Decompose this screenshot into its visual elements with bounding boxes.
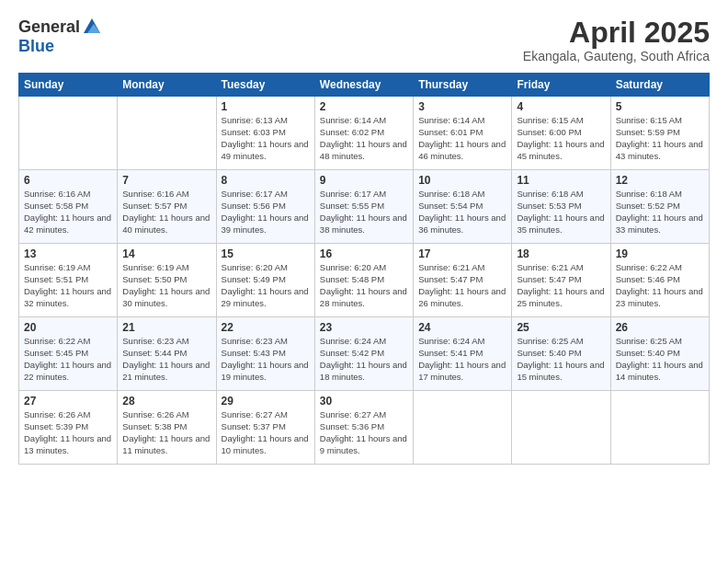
calendar-week-row: 13Sunrise: 6:19 AMSunset: 5:51 PMDayligh…: [19, 244, 710, 317]
day-info: Sunrise: 6:14 AMSunset: 6:01 PMDaylight:…: [418, 115, 506, 162]
day-info: Sunrise: 6:27 AMSunset: 5:37 PMDaylight:…: [222, 409, 310, 456]
calendar-table: Sunday Monday Tuesday Wednesday Thursday…: [18, 73, 710, 465]
day-info: Sunrise: 6:26 AMSunset: 5:38 PMDaylight:…: [122, 409, 210, 456]
day-info: Sunrise: 6:25 AMSunset: 5:40 PMDaylight:…: [517, 336, 605, 383]
table-row: 13Sunrise: 6:19 AMSunset: 5:51 PMDayligh…: [19, 244, 118, 317]
table-row: 3Sunrise: 6:14 AMSunset: 6:01 PMDaylight…: [414, 97, 512, 170]
day-info: Sunrise: 6:21 AMSunset: 5:47 PMDaylight:…: [517, 262, 605, 309]
day-info: Sunrise: 6:16 AMSunset: 5:58 PMDaylight:…: [24, 189, 112, 236]
day-number: 15: [222, 247, 310, 260]
table-row: 15Sunrise: 6:20 AMSunset: 5:49 PMDayligh…: [216, 244, 314, 317]
col-monday: Monday: [118, 74, 216, 97]
table-row: 8Sunrise: 6:17 AMSunset: 5:56 PMDaylight…: [216, 170, 314, 244]
table-row: [414, 391, 512, 465]
table-row: [19, 97, 118, 170]
day-info: Sunrise: 6:23 AMSunset: 5:44 PMDaylight:…: [122, 336, 210, 383]
day-info: Sunrise: 6:22 AMSunset: 5:45 PMDaylight:…: [24, 336, 112, 383]
title-area: April 2025 Ekangala, Gauteng, South Afri…: [523, 17, 710, 63]
day-info: Sunrise: 6:16 AMSunset: 5:57 PMDaylight:…: [122, 189, 210, 236]
calendar-week-row: 1Sunrise: 6:13 AMSunset: 6:03 PMDaylight…: [19, 97, 710, 170]
day-number: 22: [222, 321, 310, 334]
day-number: 24: [418, 321, 506, 334]
table-row: 14Sunrise: 6:19 AMSunset: 5:50 PMDayligh…: [118, 244, 216, 317]
table-row: 18Sunrise: 6:21 AMSunset: 5:47 PMDayligh…: [512, 244, 610, 317]
table-row: 26Sunrise: 6:25 AMSunset: 5:40 PMDayligh…: [610, 317, 709, 391]
table-row: [512, 391, 610, 465]
day-info: Sunrise: 6:19 AMSunset: 5:50 PMDaylight:…: [122, 262, 210, 309]
header: General Blue April 2025 Ekangala, Gauten…: [18, 17, 710, 63]
day-info: Sunrise: 6:17 AMSunset: 5:56 PMDaylight:…: [222, 189, 310, 236]
day-info: Sunrise: 6:23 AMSunset: 5:43 PMDaylight:…: [222, 336, 310, 383]
day-info: Sunrise: 6:26 AMSunset: 5:39 PMDaylight:…: [24, 409, 112, 456]
day-number: 12: [616, 174, 704, 187]
location-subtitle: Ekangala, Gauteng, South Africa: [523, 49, 710, 63]
logo-icon: [82, 17, 102, 37]
month-title: April 2025: [523, 17, 710, 49]
day-info: Sunrise: 6:20 AMSunset: 5:48 PMDaylight:…: [320, 262, 408, 309]
table-row: 1Sunrise: 6:13 AMSunset: 6:03 PMDaylight…: [216, 97, 314, 170]
day-number: 14: [122, 247, 210, 260]
day-number: 25: [517, 321, 605, 334]
calendar-week-row: 20Sunrise: 6:22 AMSunset: 5:45 PMDayligh…: [19, 317, 710, 391]
day-number: 4: [517, 100, 605, 113]
day-info: Sunrise: 6:27 AMSunset: 5:36 PMDaylight:…: [320, 409, 408, 456]
day-number: 3: [418, 100, 506, 113]
day-info: Sunrise: 6:24 AMSunset: 5:42 PMDaylight:…: [320, 336, 408, 383]
day-number: 16: [320, 247, 408, 260]
day-number: 2: [320, 100, 408, 113]
day-number: 8: [222, 174, 310, 187]
day-info: Sunrise: 6:15 AMSunset: 6:00 PMDaylight:…: [517, 115, 605, 162]
day-number: 18: [517, 247, 605, 260]
table-row: 7Sunrise: 6:16 AMSunset: 5:57 PMDaylight…: [118, 170, 216, 244]
table-row: 20Sunrise: 6:22 AMSunset: 5:45 PMDayligh…: [19, 317, 118, 391]
table-row: 30Sunrise: 6:27 AMSunset: 5:36 PMDayligh…: [314, 391, 413, 465]
table-row: 21Sunrise: 6:23 AMSunset: 5:44 PMDayligh…: [118, 317, 216, 391]
table-row: 24Sunrise: 6:24 AMSunset: 5:41 PMDayligh…: [414, 317, 512, 391]
col-tuesday: Tuesday: [216, 74, 314, 97]
col-friday: Friday: [512, 74, 610, 97]
day-number: 9: [320, 174, 408, 187]
table-row: 6Sunrise: 6:16 AMSunset: 5:58 PMDaylight…: [19, 170, 118, 244]
table-row: 19Sunrise: 6:22 AMSunset: 5:46 PMDayligh…: [610, 244, 709, 317]
col-sunday: Sunday: [19, 74, 118, 97]
table-row: 16Sunrise: 6:20 AMSunset: 5:48 PMDayligh…: [314, 244, 413, 317]
day-info: Sunrise: 6:21 AMSunset: 5:47 PMDaylight:…: [418, 262, 506, 309]
day-number: 28: [122, 395, 210, 408]
day-info: Sunrise: 6:25 AMSunset: 5:40 PMDaylight:…: [616, 336, 704, 383]
table-row: 29Sunrise: 6:27 AMSunset: 5:37 PMDayligh…: [216, 391, 314, 465]
table-row: 25Sunrise: 6:25 AMSunset: 5:40 PMDayligh…: [512, 317, 610, 391]
day-number: 27: [24, 395, 112, 408]
logo-blue-text: Blue: [18, 37, 54, 55]
calendar-header-row: Sunday Monday Tuesday Wednesday Thursday…: [19, 74, 710, 97]
day-number: 6: [24, 174, 112, 187]
table-row: 12Sunrise: 6:18 AMSunset: 5:52 PMDayligh…: [610, 170, 709, 244]
day-number: 29: [222, 395, 310, 408]
calendar-week-row: 27Sunrise: 6:26 AMSunset: 5:39 PMDayligh…: [19, 391, 710, 465]
day-info: Sunrise: 6:17 AMSunset: 5:55 PMDaylight:…: [320, 189, 408, 236]
table-row: 4Sunrise: 6:15 AMSunset: 6:00 PMDaylight…: [512, 97, 610, 170]
day-number: 10: [418, 174, 506, 187]
table-row: 9Sunrise: 6:17 AMSunset: 5:55 PMDaylight…: [314, 170, 413, 244]
table-row: 23Sunrise: 6:24 AMSunset: 5:42 PMDayligh…: [314, 317, 413, 391]
day-number: 17: [418, 247, 506, 260]
col-saturday: Saturday: [610, 74, 709, 97]
day-number: 21: [122, 321, 210, 334]
table-row: [610, 391, 709, 465]
day-number: 23: [320, 321, 408, 334]
day-number: 7: [122, 174, 210, 187]
table-row: 28Sunrise: 6:26 AMSunset: 5:38 PMDayligh…: [118, 391, 216, 465]
day-number: 1: [222, 100, 310, 113]
day-info: Sunrise: 6:20 AMSunset: 5:49 PMDaylight:…: [222, 262, 310, 309]
day-info: Sunrise: 6:18 AMSunset: 5:54 PMDaylight:…: [418, 189, 506, 236]
table-row: 17Sunrise: 6:21 AMSunset: 5:47 PMDayligh…: [414, 244, 512, 317]
table-row: 22Sunrise: 6:23 AMSunset: 5:43 PMDayligh…: [216, 317, 314, 391]
day-info: Sunrise: 6:14 AMSunset: 6:02 PMDaylight:…: [320, 115, 408, 162]
logo: General Blue: [18, 17, 102, 56]
calendar-week-row: 6Sunrise: 6:16 AMSunset: 5:58 PMDaylight…: [19, 170, 710, 244]
page: General Blue April 2025 Ekangala, Gauten…: [0, 0, 728, 563]
day-number: 19: [616, 247, 704, 260]
day-info: Sunrise: 6:24 AMSunset: 5:41 PMDaylight:…: [418, 336, 506, 383]
day-number: 26: [616, 321, 704, 334]
table-row: 5Sunrise: 6:15 AMSunset: 5:59 PMDaylight…: [610, 97, 709, 170]
day-number: 20: [24, 321, 112, 334]
